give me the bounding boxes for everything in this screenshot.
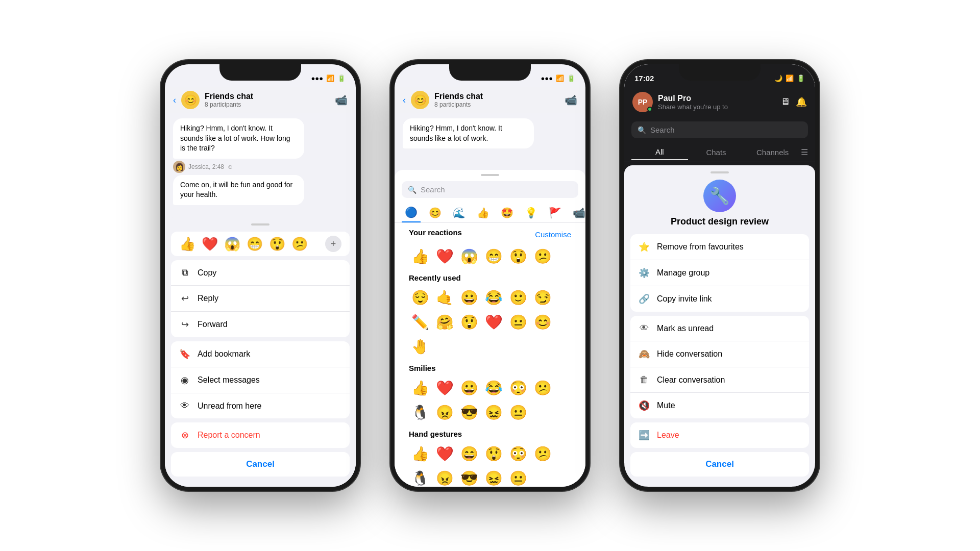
- emoji-tab-objects[interactable]: 💡: [522, 204, 541, 222]
- emoji-scroll-area[interactable]: Your reactions Customise 👍 ❤️ 😱 😁 😲 😕: [395, 228, 585, 487]
- menu-report[interactable]: ⊗ Report a concern: [171, 422, 350, 448]
- cancel-button-1[interactable]: Cancel: [171, 452, 350, 477]
- smiley-7[interactable]: 🐧: [409, 401, 431, 423]
- reaction-grin[interactable]: 😁: [247, 236, 263, 252]
- menu-reply[interactable]: ↩ Reply: [171, 286, 350, 312]
- search-bar-3[interactable]: 🔍 Search: [631, 121, 808, 138]
- reaction-wow[interactable]: 😲: [269, 236, 285, 252]
- recent-13[interactable]: 🤚: [409, 335, 431, 358]
- gesture-4[interactable]: 😲: [482, 442, 505, 465]
- menu-select-messages[interactable]: ◉ Select messages: [171, 367, 350, 393]
- recent-7[interactable]: ✏️: [409, 311, 431, 333]
- back-button-1[interactable]: ‹: [173, 95, 176, 106]
- gesture-1[interactable]: 👍: [409, 442, 431, 465]
- emoji-tab-smileys[interactable]: 😊: [426, 204, 445, 222]
- conv-menu-clear-conversation[interactable]: 🗑 Clear conversation: [630, 367, 809, 393]
- smilies-title: Smilies: [409, 364, 571, 372]
- smiley-11[interactable]: 😐: [507, 401, 529, 423]
- recent-11[interactable]: 😐: [507, 311, 529, 333]
- smiley-4[interactable]: 😂: [482, 377, 505, 399]
- cancel-button-3[interactable]: Cancel: [630, 452, 809, 477]
- copy-icon: ⧉: [179, 267, 190, 278]
- bell-icon[interactable]: 🔔: [796, 96, 807, 108]
- back-button-2[interactable]: ‹: [403, 95, 406, 106]
- smiley-8[interactable]: 😠: [433, 401, 456, 423]
- menu-unread-from-here[interactable]: 👁 Unread from here: [171, 393, 350, 418]
- gesture-8[interactable]: 😠: [433, 467, 456, 487]
- gesture-11[interactable]: 😐: [507, 467, 529, 487]
- conv-menu-mute[interactable]: 🔇 Mute: [630, 393, 809, 418]
- reaction-thumbs-up[interactable]: 👍: [179, 236, 195, 252]
- smiley-9[interactable]: 😎: [458, 401, 480, 423]
- recent-9[interactable]: 😲: [458, 311, 480, 333]
- reaction-6[interactable]: 😕: [531, 245, 554, 267]
- gesture-10[interactable]: 😖: [482, 467, 505, 487]
- recent-3[interactable]: 😀: [458, 286, 480, 309]
- emoji-tab-video[interactable]: 📹: [570, 204, 585, 222]
- gesture-5[interactable]: 😳: [507, 442, 529, 465]
- hand-gestures-section: Hand gestures 👍 ❤️ 😄 😲 😳 😕 🐧 😠 😎 😖: [402, 430, 578, 487]
- devices-icon[interactable]: 🖥: [780, 96, 790, 108]
- menu-copy[interactable]: ⧉ Copy: [171, 260, 350, 286]
- gesture-6[interactable]: 😕: [531, 442, 554, 465]
- gesture-3[interactable]: 😄: [458, 442, 480, 465]
- video-button-1[interactable]: 📹: [335, 94, 348, 106]
- emoji-tab-gestures[interactable]: 👍: [474, 204, 493, 222]
- conv-tabs: All Chats Channels ☰: [624, 142, 815, 162]
- copy-link-icon: 🔗: [639, 293, 650, 305]
- reactions-row-1[interactable]: 👍 ❤️ 😱 😁 😲 😕 +: [171, 232, 350, 256]
- reaction-3[interactable]: 😱: [458, 245, 480, 267]
- emoji-tab-flags[interactable]: 🚩: [546, 204, 565, 222]
- hand-gestures-grid: 👍 ❤️ 😄 😲 😳 😕 🐧 😠 😎 😖 😐: [409, 442, 571, 487]
- your-reactions-title: Your reactions: [409, 228, 462, 237]
- gesture-2[interactable]: ❤️: [433, 442, 456, 465]
- reaction-heart[interactable]: ❤️: [202, 236, 218, 252]
- reaction-more-button[interactable]: +: [325, 236, 341, 252]
- reaction-1[interactable]: 👍: [409, 245, 431, 267]
- reaction-sad[interactable]: 😕: [291, 236, 308, 252]
- customise-button[interactable]: Customise: [535, 230, 571, 239]
- conv-menu-hide-conversation[interactable]: 🙈 Hide conversation: [630, 341, 809, 367]
- recent-5[interactable]: 🙂: [507, 286, 529, 309]
- reaction-5[interactable]: 😲: [507, 245, 529, 267]
- recent-12[interactable]: 😊: [531, 311, 554, 333]
- smiley-3[interactable]: 😀: [458, 377, 480, 399]
- chat-participants-1: 8 participants: [205, 101, 330, 108]
- smiley-6[interactable]: 😕: [531, 377, 554, 399]
- phone-2: ●●● 📶 🔋 ‹ 😊 Friends chat 8 participants …: [390, 60, 590, 491]
- tab-channels[interactable]: Channels: [744, 145, 801, 160]
- tab-chats[interactable]: Chats: [688, 145, 745, 160]
- conv-header: PP Paul Pro Share what you're up to 🖥 🔔: [624, 87, 815, 117]
- smiley-10[interactable]: 😖: [482, 401, 505, 423]
- conv-menu-copy-link[interactable]: 🔗 Copy invite link: [630, 286, 809, 312]
- filter-icon[interactable]: ☰: [801, 147, 808, 157]
- recent-10[interactable]: ❤️: [482, 311, 505, 333]
- emoji-tabs[interactable]: 🔵 😊 🌊 👍 🤩 💡 🚩 📹 ⚙️: [395, 203, 585, 223]
- smiley-2[interactable]: ❤️: [433, 377, 456, 399]
- conv-menu-leave[interactable]: ➡️ Leave: [630, 422, 809, 448]
- gesture-7[interactable]: 🐧: [409, 467, 431, 487]
- emoji-tab-nature[interactable]: 🌊: [450, 204, 469, 222]
- recent-8[interactable]: 🤗: [433, 311, 456, 333]
- user-name: Paul Pro: [658, 94, 775, 103]
- tab-all[interactable]: All: [631, 144, 688, 160]
- smiley-1[interactable]: 👍: [409, 377, 431, 399]
- video-button-2[interactable]: 📹: [565, 94, 577, 106]
- recent-1[interactable]: 😌: [409, 286, 431, 309]
- reaction-2[interactable]: ❤️: [433, 245, 456, 267]
- gesture-9[interactable]: 😎: [458, 467, 480, 487]
- conv-menu-remove-favourites[interactable]: ⭐ Remove from favourites: [630, 234, 809, 260]
- menu-forward[interactable]: ↪ Forward: [171, 312, 350, 337]
- reaction-shocked[interactable]: 😱: [224, 236, 240, 252]
- reaction-4[interactable]: 😁: [482, 245, 505, 267]
- emoji-tab-recent[interactable]: 🔵: [402, 203, 421, 222]
- conv-menu-manage-group[interactable]: ⚙️ Manage group: [630, 260, 809, 286]
- smiley-5[interactable]: 😳: [507, 377, 529, 399]
- emoji-tab-wow[interactable]: 🤩: [498, 204, 517, 222]
- recent-6[interactable]: 😏: [531, 286, 554, 309]
- emoji-search-bar[interactable]: 🔍 Search: [402, 181, 578, 198]
- recent-2[interactable]: 🤙: [433, 286, 456, 309]
- recent-4[interactable]: 😂: [482, 286, 505, 309]
- menu-add-bookmark[interactable]: 🔖 Add bookmark: [171, 341, 350, 367]
- conv-menu-mark-unread[interactable]: 👁 Mark as unread: [630, 316, 809, 341]
